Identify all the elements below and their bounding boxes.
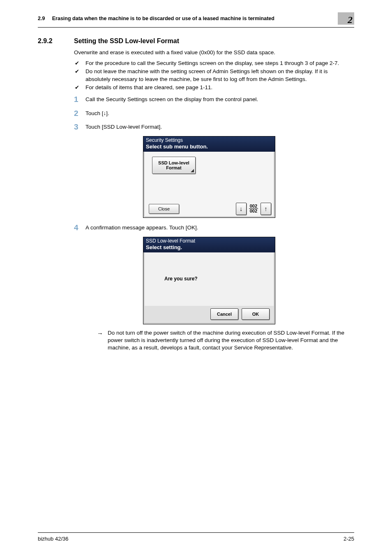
check-item: For details of items that are cleared, s…: [74, 84, 354, 91]
page-footer: bizhub 42/36 2-25: [38, 536, 354, 542]
step-number: 3: [74, 121, 83, 133]
step-text: Touch [↓].: [85, 110, 109, 116]
dialog-title-line1: SSD Low-level Format: [146, 238, 272, 244]
check-list: For the procedure to call the Security S…: [74, 60, 354, 91]
screenshot-security-settings: Security Settings Select sub menu button…: [143, 136, 275, 218]
submenu-indicator-icon: [191, 169, 194, 172]
ok-button[interactable]: OK: [242, 308, 270, 320]
page-up-button[interactable]: ↑: [261, 203, 271, 215]
footer-right: 2-25: [344, 536, 354, 542]
header-section-title: Erasing data when the machine is to be d…: [52, 16, 274, 21]
check-item: Do not leave the machine with the settin…: [74, 68, 354, 83]
warning-note: Do not turn off the power switch of the …: [85, 329, 354, 352]
section-title: Setting the SSD Low-level Format: [74, 37, 179, 45]
section-number: 2.9.2: [38, 37, 74, 45]
header-section-ref: 2.9: [38, 16, 45, 21]
step-number: 4: [74, 222, 83, 234]
pager: ↓ 002 002 ↑: [236, 203, 271, 215]
step-item: 1 Call the Security Settings screen on t…: [74, 95, 354, 104]
page-down-button[interactable]: ↓: [236, 203, 247, 215]
dialog-footer: Cancel OK: [143, 306, 275, 324]
dialog-title-line2: Select sub menu button.: [146, 143, 272, 150]
chapter-badge: 2: [338, 12, 354, 25]
step-number: 2: [74, 108, 83, 119]
page-indicator: 002 002: [249, 204, 258, 213]
arrow-up-icon: ↑: [264, 204, 267, 213]
dialog-titlebar: Security Settings Select sub menu button…: [143, 136, 275, 152]
arrow-down-icon: ↓: [240, 204, 243, 213]
step-item: 4 A confirmation message appears. Touch …: [74, 224, 354, 352]
dialog-title-line1: Security Settings: [146, 137, 272, 143]
page-header: 2.9 Erasing data when the machine is to …: [38, 16, 274, 21]
dialog-title-line2: Select setting.: [146, 244, 272, 251]
footer-rule: [38, 532, 354, 533]
dialog-body: SSD Low-level Format: [143, 152, 275, 201]
dialog-footer: Close ↓ 002 002 ↑: [143, 201, 275, 217]
header-rule: [38, 27, 354, 28]
step-item: 3 Touch [SSD Low-level Format]. Security…: [74, 123, 354, 218]
dialog-titlebar: SSD Low-level Format Select setting.: [143, 237, 275, 252]
step-list: 1 Call the Security Settings screen on t…: [74, 95, 354, 352]
screenshot-confirm-dialog: SSD Low-level Format Select setting. Are…: [143, 237, 275, 324]
step-text: Touch [SSD Low-level Format].: [85, 124, 162, 130]
confirm-message: Are you sure?: [164, 275, 198, 282]
step-text: Call the Security Settings screen on the…: [85, 96, 258, 102]
ssd-low-level-format-button[interactable]: SSD Low-level Format: [152, 157, 196, 174]
dialog-body: Are you sure?: [143, 252, 275, 306]
intro-paragraph: Overwrite and erase is executed with a f…: [74, 49, 354, 56]
close-button[interactable]: Close: [149, 204, 179, 214]
step-number: 1: [74, 94, 83, 105]
footer-left: bizhub 42/36: [38, 536, 68, 542]
step-text: A confirmation message appears. Touch [O…: [85, 224, 198, 231]
check-item: For the procedure to call the Security S…: [74, 60, 354, 67]
cancel-button[interactable]: Cancel: [210, 308, 238, 320]
step-item: 2 Touch [↓].: [74, 109, 354, 118]
